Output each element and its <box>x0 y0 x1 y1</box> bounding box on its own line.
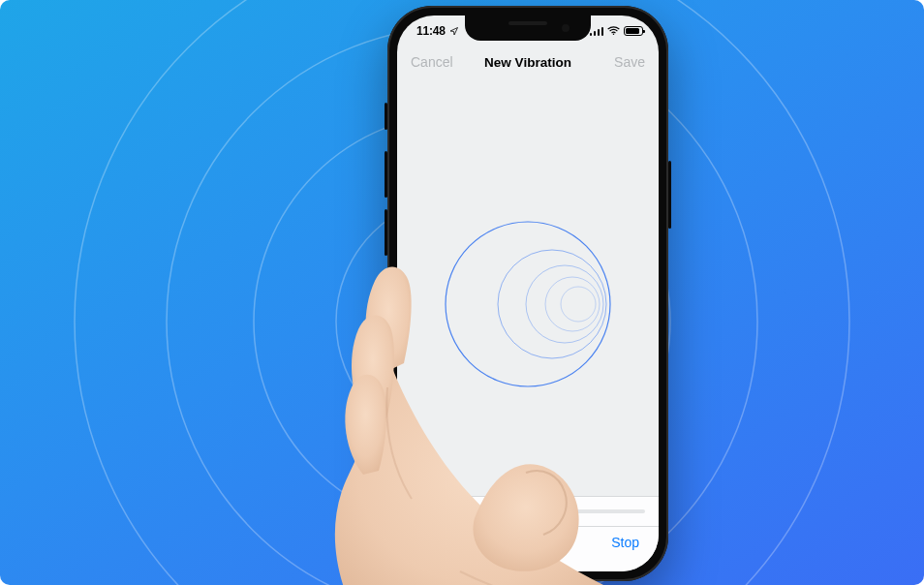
bottom-toolbar: Play Stop <box>397 527 659 571</box>
svg-point-7 <box>526 265 603 343</box>
nav-bar: Cancel New Vibration Save <box>397 45 659 79</box>
status-time: 11:48 <box>416 24 446 38</box>
screen-notch <box>465 15 591 41</box>
play-button[interactable]: Play <box>416 535 443 550</box>
svg-point-6 <box>498 250 606 358</box>
timeline-track[interactable] <box>411 509 645 513</box>
location-arrow-icon <box>449 26 459 36</box>
mute-switch <box>385 103 387 130</box>
phone-frame: 11:48 Cancel <box>387 6 668 581</box>
volume-down-button <box>385 209 387 256</box>
cancel-button[interactable]: Cancel <box>411 54 453 70</box>
wifi-icon <box>607 26 620 36</box>
battery-icon <box>624 26 643 36</box>
front-camera <box>562 24 570 32</box>
timeline-segment <box>502 509 513 513</box>
save-button[interactable]: Save <box>614 54 645 70</box>
power-button <box>668 161 671 229</box>
timeline-segment <box>411 509 470 513</box>
speaker-grille <box>508 21 547 25</box>
svg-point-8 <box>545 277 600 331</box>
svg-point-9 <box>561 287 596 322</box>
status-bar-left: 11:48 <box>416 24 459 38</box>
stop-button[interactable]: Stop <box>611 535 639 550</box>
page-title: New Vibration <box>484 55 571 70</box>
timeline-segment <box>477 509 495 513</box>
battery-fill <box>626 28 639 34</box>
vibration-timeline <box>397 496 659 527</box>
svg-point-5 <box>446 222 610 386</box>
vibration-tap-canvas[interactable] <box>397 79 659 496</box>
ripple-animation <box>421 198 634 411</box>
phone-screen: 11:48 Cancel <box>397 15 659 571</box>
svg-point-4 <box>613 33 615 35</box>
cell-signal-icon <box>590 27 604 36</box>
volume-up-button <box>385 151 387 198</box>
status-bar-right <box>590 26 644 36</box>
